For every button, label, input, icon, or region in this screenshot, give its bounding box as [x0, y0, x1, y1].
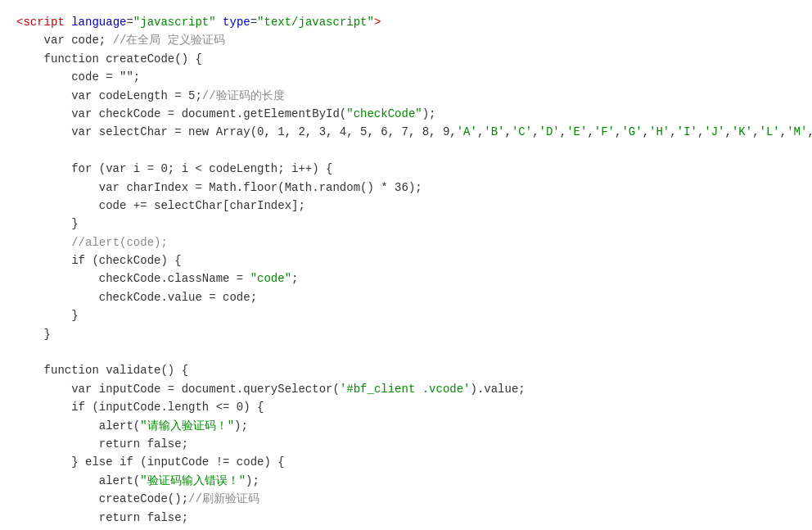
code-block: <script language="javascript" type="text… [16, 13, 796, 530]
code-container: <script language="javascript" type="text… [0, 0, 812, 530]
